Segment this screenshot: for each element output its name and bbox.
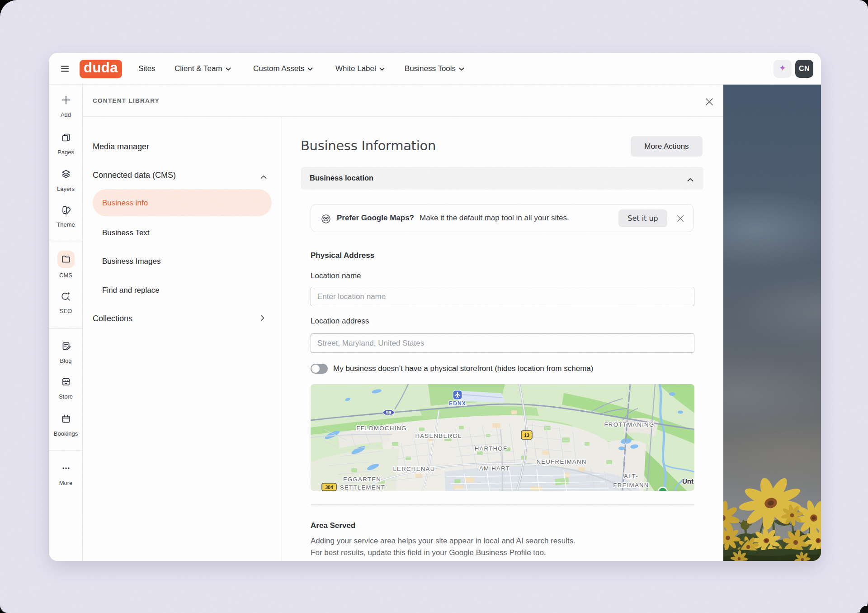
- window-body: Add Pages: [49, 85, 821, 561]
- location-name-label: Location name: [311, 271, 361, 280]
- svg-text:SETTLEMENT: SETTLEMENT: [340, 484, 385, 491]
- sidebar-item-layers[interactable]: Layers: [49, 169, 83, 192]
- screenshot-root: duda Sites Client & Team Custom Assets W…: [0, 0, 868, 613]
- toggle-knob: [311, 365, 320, 373]
- svg-text:Unt: Unt: [682, 477, 693, 485]
- close-button[interactable]: [703, 95, 716, 108]
- close-icon: [676, 214, 684, 223]
- motorway-99-badge: 99: [383, 410, 394, 415]
- section-divider: [311, 504, 694, 505]
- chevron-right-icon[interactable]: [260, 315, 264, 323]
- chevron-down-icon: [459, 67, 464, 71]
- nav-sites[interactable]: Sites: [138, 53, 156, 85]
- banner-bold-text: Prefer Google Maps?: [337, 214, 414, 223]
- duda-logo[interactable]: duda: [80, 60, 122, 78]
- nav-custom-assets[interactable]: Custom Assets: [253, 53, 313, 85]
- plus-icon: [49, 95, 83, 105]
- road-304-badge: 304: [322, 483, 336, 491]
- nav-business-tools[interactable]: Business Tools: [405, 53, 464, 85]
- storefront-toggle-row: My business doesn’t have a physical stor…: [311, 364, 593, 374]
- folder-icon: [49, 254, 83, 265]
- location-address-label: Location address: [311, 317, 369, 326]
- sidebar-item-cms[interactable]: CMS: [49, 251, 83, 279]
- banner-close-button[interactable]: [675, 213, 686, 224]
- svg-text:ALT-: ALT-: [624, 473, 638, 480]
- ellipsis-icon: [49, 463, 83, 474]
- svg-text:FRÖTTMANING: FRÖTTMANING: [604, 421, 655, 428]
- ai-assistant-button[interactable]: [774, 60, 792, 78]
- svg-text:13: 13: [524, 432, 529, 438]
- location-name-input[interactable]: [311, 287, 694, 306]
- sidebar-item-store[interactable]: Store: [49, 376, 83, 400]
- banner-text: Make it the default map tool in all your…: [420, 214, 569, 223]
- calendar-icon: [49, 413, 83, 424]
- site-preview-strip: [723, 85, 821, 561]
- road-13-badge: 13: [521, 431, 532, 439]
- more-actions-button[interactable]: More Actions: [631, 136, 703, 157]
- business-location-accordion[interactable]: Business location: [301, 167, 703, 190]
- sidebar-item-bookings[interactable]: Bookings: [49, 413, 83, 437]
- nav-white-label[interactable]: White Label: [335, 53, 385, 85]
- user-avatar[interactable]: CN: [795, 60, 813, 78]
- location-map[interactable]: FELDMOCHING HASENBERGL HARTHOF LERCHENAU…: [311, 384, 694, 491]
- sidebar-item-add[interactable]: Add: [49, 95, 83, 118]
- content-library-header: CONTENT LIBRARY: [83, 85, 723, 117]
- chevron-down-icon: [379, 67, 385, 71]
- nav-business-info-active[interactable]: Business info: [93, 189, 272, 216]
- svg-text:EDNX: EDNX: [449, 400, 466, 407]
- content-library-panel: CONTENT LIBRARY Media manager Connected …: [83, 85, 723, 561]
- nav-business-images[interactable]: Business Images: [102, 257, 160, 266]
- business-information-content: Business Information More Actions Busine…: [282, 117, 723, 561]
- smiley-glasses-icon: [321, 214, 331, 226]
- theme-icon: [49, 204, 83, 215]
- set-it-up-button[interactable]: Set it up: [618, 209, 667, 227]
- svg-text:FREIMANN: FREIMANN: [613, 482, 649, 489]
- duda-logo-text: duda: [84, 60, 118, 76]
- pages-icon: [49, 132, 83, 143]
- chevron-down-icon: [226, 67, 231, 71]
- nav-business-text[interactable]: Business Text: [102, 228, 150, 238]
- top-navigation-bar: duda Sites Client & Team Custom Assets W…: [49, 53, 821, 85]
- svg-text:HARTHOF: HARTHOF: [475, 445, 508, 452]
- svg-text:304: 304: [325, 485, 333, 490]
- area-served-title: Area Served: [311, 521, 355, 530]
- topbar-right-actions: CN: [774, 60, 813, 78]
- nav-find-replace[interactable]: Find and replace: [102, 286, 160, 295]
- library-nav: Media manager Connected data (CMS) Busin…: [83, 117, 282, 561]
- nav-media-manager[interactable]: Media manager: [93, 142, 149, 152]
- storefront-toggle-label: My business doesn’t have a physical stor…: [333, 364, 593, 373]
- chevron-up-icon[interactable]: [260, 173, 267, 181]
- svg-text:LERCHENAU: LERCHENAU: [393, 466, 435, 472]
- svg-text:FELDMOCHING: FELDMOCHING: [356, 425, 407, 432]
- sidebar-item-seo[interactable]: SEO: [49, 291, 83, 314]
- sparkle-icon: [777, 63, 788, 74]
- chevron-up-icon: [687, 176, 693, 184]
- sidebar-item-more[interactable]: More: [49, 463, 83, 486]
- page-title: Business Information: [301, 138, 436, 153]
- svg-text:NEUFREIMANN: NEUFREIMANN: [536, 458, 586, 465]
- google-maps-banner: Prefer Google Maps? Make it the default …: [311, 204, 693, 232]
- sidebar-item-blog[interactable]: Blog: [49, 341, 83, 364]
- area-served-description: Adding your service area helps your site…: [311, 535, 576, 559]
- svg-text:99: 99: [386, 410, 392, 415]
- layers-icon: [49, 169, 83, 180]
- hamburger-menu-icon[interactable]: [61, 65, 69, 72]
- physical-address-label: Physical Address: [311, 251, 374, 260]
- svg-text:EGGARTEN: EGGARTEN: [343, 476, 381, 483]
- app-window: duda Sites Client & Team Custom Assets W…: [49, 53, 821, 561]
- storefront-toggle[interactable]: [311, 364, 328, 374]
- location-address-input[interactable]: [311, 333, 694, 353]
- nav-collections[interactable]: Collections: [93, 314, 132, 323]
- svg-text:HASENBERGL: HASENBERGL: [415, 432, 462, 439]
- close-icon: [705, 98, 713, 106]
- store-icon: [49, 376, 83, 387]
- nav-connected-data[interactable]: Connected data (CMS): [93, 171, 176, 180]
- nav-client-team[interactable]: Client & Team: [175, 53, 231, 85]
- blog-icon: [49, 341, 83, 352]
- chevron-down-icon: [307, 67, 313, 71]
- sidebar-item-pages[interactable]: Pages: [49, 132, 83, 156]
- content-library-title: CONTENT LIBRARY: [93, 97, 160, 104]
- svg-text:AM HART: AM HART: [479, 465, 510, 472]
- sidebar-item-theme[interactable]: Theme: [49, 204, 83, 228]
- search-sparkle-icon: [49, 291, 83, 302]
